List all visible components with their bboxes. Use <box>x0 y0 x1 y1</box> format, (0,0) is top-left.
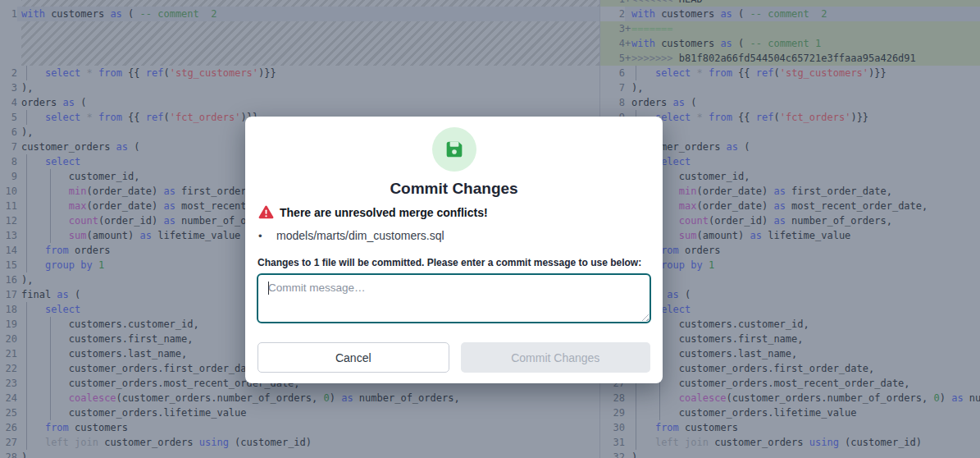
code-text: final as ( <box>631 287 980 302</box>
indent-guide <box>636 66 636 80</box>
code-line[interactable]: 2 select * from {{ ref('stg_customers')}… <box>0 66 599 80</box>
code-text: with customers as ( -- comment 2 <box>631 7 980 21</box>
diff-added-marker <box>625 405 631 420</box>
line-number: 11 <box>0 199 17 213</box>
code-line[interactable]: 7), <box>600 80 980 95</box>
commit-message-label: Changes to 1 file will be committed. Ple… <box>258 257 641 268</box>
indent-guide <box>636 420 636 435</box>
code-line[interactable]: 1with customers as ( -- comment 2 <box>0 7 599 21</box>
line-number: 7 <box>0 140 17 154</box>
indent-guide <box>26 361 27 376</box>
diff-filler-region <box>0 21 599 66</box>
code-text: from customers <box>631 420 980 435</box>
code-line[interactable]: 4+with customers as ( -- comment 1 <box>600 36 980 51</box>
line-number: 2 <box>600 7 625 21</box>
code-line[interactable]: 5+>>>>>>> b81f802a66fd544504c65721e3ffaa… <box>600 51 980 66</box>
code-text: ), <box>631 80 980 95</box>
code-line[interactable]: 27 left join customer_orders using (cust… <box>0 435 599 450</box>
code-text: min(order_date) as first_order_date, <box>631 184 980 199</box>
diff-added-marker: + <box>625 51 631 66</box>
code-line[interactable]: 32) <box>600 450 980 458</box>
indent-guide <box>26 258 27 273</box>
diff-added-marker <box>625 420 631 435</box>
code-text: <<<<<<< HEAD <box>631 0 980 7</box>
diagonal-fill-pattern <box>21 21 599 66</box>
line-number: 22 <box>0 361 17 376</box>
line-number: 24 <box>0 391 17 405</box>
dialog-title: Commit Changes <box>245 179 663 199</box>
line-number: 8 <box>0 154 17 169</box>
code-line[interactable]: 26 from customers <box>0 420 599 435</box>
code-text: sum(amount) as lifetime_value <box>631 228 980 243</box>
line-number: 9 <box>0 169 17 184</box>
conflict-file-item: • models/marts/dim_customers.sql <box>258 229 444 242</box>
code-line[interactable]: 3+======= <box>600 21 980 36</box>
code-text: customer_orders.most_recent_order_date, <box>631 376 980 391</box>
indent-guide <box>50 184 51 199</box>
code-text: orders as ( <box>631 95 980 110</box>
line-number: 15 <box>0 258 17 273</box>
code-text: >>>>>>> b81f802a66fd544504c65721e3ffaaa9… <box>631 51 980 66</box>
indent-guide <box>50 361 51 376</box>
indent-guide <box>26 405 27 420</box>
indent-guide <box>659 405 660 420</box>
code-text: customer_orders.first_order_date, <box>631 361 980 376</box>
code-text: ) <box>631 450 980 458</box>
code-text: orders as ( <box>21 95 599 110</box>
code-text: max(order_date) as most_recent_order_dat… <box>631 199 980 213</box>
merge-conflict-warning: There are unresolved merge conflicts! <box>258 205 488 219</box>
indent-guide <box>26 66 27 80</box>
code-text: customer_orders as ( <box>631 140 980 154</box>
code-text: left join customer_orders using (custome… <box>21 435 599 450</box>
indent-guide <box>26 154 27 169</box>
code-line[interactable]: 25 customer_orders.lifetime_value <box>0 405 599 420</box>
indent-guide <box>26 376 27 391</box>
code-line[interactable]: 6 select * from {{ ref('stg_customers')}… <box>600 66 980 80</box>
indent-guide <box>50 228 51 243</box>
diff-added-marker <box>625 435 631 450</box>
code-line[interactable]: 1+<<<<<<< HEAD <box>600 0 980 7</box>
code-line[interactable]: 31 left join customer_orders using (cust… <box>600 435 980 450</box>
line-number: 5 <box>600 51 625 66</box>
code-line[interactable]: 2with customers as ( -- comment 2 <box>600 7 980 21</box>
line-number: 18 <box>0 302 17 317</box>
code-line[interactable]: 29 customer_orders.lifetime_value <box>600 405 980 420</box>
code-line[interactable]: 4orders as ( <box>0 95 599 110</box>
indent-guide <box>636 405 636 420</box>
code-line[interactable]: 24 coalesce(customer_orders.number_of_or… <box>0 391 599 405</box>
indent-guide <box>26 391 27 405</box>
indent-guide <box>26 243 27 258</box>
code-line[interactable]: 28 coalesce(customer_orders.number_of_or… <box>600 391 980 405</box>
indent-guide <box>50 391 51 405</box>
diff-added-marker <box>625 66 631 80</box>
code-text: customers.last_name, <box>631 346 980 361</box>
code-text: left join customer_orders using (custome… <box>631 435 980 450</box>
code-text: select * from {{ ref('stg_customers')}} <box>21 66 599 80</box>
conflict-file-path: models/marts/dim_customers.sql <box>276 229 444 242</box>
line-number: 4 <box>0 95 17 110</box>
code-line[interactable]: 8orders as ( <box>600 95 980 110</box>
indent-guide <box>26 228 27 243</box>
indent-guide <box>26 199 27 213</box>
code-text: with customers as ( -- comment 2 <box>21 7 599 21</box>
diff-added-marker: + <box>625 21 631 36</box>
commit-message-input[interactable] <box>257 273 651 323</box>
code-line[interactable]: 30 from customers <box>600 420 980 435</box>
cancel-button[interactable]: Cancel <box>258 342 449 373</box>
code-text: customer_orders.lifetime_value <box>21 405 599 420</box>
diff-added-marker: + <box>625 36 631 51</box>
code-text: select <box>631 154 980 169</box>
line-number: 4 <box>600 36 625 51</box>
code-line[interactable]: 28) <box>0 450 599 458</box>
indent-guide <box>50 199 51 213</box>
indent-guide <box>26 346 27 361</box>
code-line[interactable]: 3), <box>0 80 599 95</box>
commit-changes-dialog: Commit Changes There are unresolved merg… <box>245 117 663 383</box>
line-number: 8 <box>600 95 625 110</box>
line-number: 1 <box>0 7 17 21</box>
diff-added-marker <box>625 95 631 110</box>
line-number: 32 <box>600 450 625 458</box>
commit-changes-button[interactable]: Commit Changes <box>461 342 651 373</box>
code-text: customer_orders.lifetime_value <box>631 405 980 420</box>
line-number: 5 <box>0 110 17 125</box>
